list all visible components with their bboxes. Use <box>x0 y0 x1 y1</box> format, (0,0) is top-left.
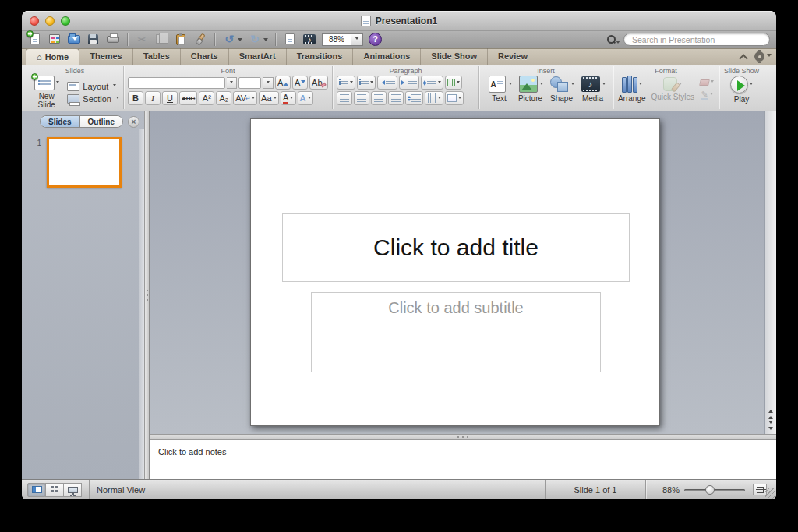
previous-slide-button[interactable] <box>765 407 775 419</box>
subscript-button[interactable]: A₂ <box>216 91 231 105</box>
arrange-button[interactable]: Arrange <box>618 76 646 103</box>
new-slide-button[interactable]: New Slide <box>30 76 62 109</box>
subtitle-placeholder[interactable]: Click to add subtitle <box>311 292 601 372</box>
tab-transitions[interactable]: Transitions <box>287 48 354 65</box>
clear-formatting-button[interactable]: Ab <box>309 76 328 90</box>
shrink-font-button[interactable]: A <box>292 76 308 90</box>
tab-animations[interactable]: Animations <box>353 48 421 65</box>
collapse-ribbon-icon[interactable] <box>739 54 747 62</box>
notes-splitter[interactable] <box>150 434 776 440</box>
align-right-button[interactable] <box>371 91 387 105</box>
align-center-button[interactable] <box>354 91 369 105</box>
align-text-button[interactable] <box>445 91 464 105</box>
zoom-value-field[interactable]: 88% <box>322 33 351 46</box>
search-icon[interactable] <box>605 33 620 46</box>
presenter-view-button[interactable] <box>63 483 82 497</box>
text-effects-button[interactable]: A <box>298 91 313 105</box>
character-spacing-button[interactable]: AV⇄ <box>233 91 257 105</box>
zoom-dropdown-button[interactable] <box>351 33 363 46</box>
vertical-scrollbar[interactable] <box>764 111 776 434</box>
superscript-button[interactable]: A² <box>199 91 214 105</box>
font-size-dropdown[interactable] <box>263 77 274 89</box>
tab-slide-show[interactable]: Slide Show <box>421 48 488 65</box>
decrease-indent-button[interactable] <box>377 76 397 90</box>
undo-dropdown-arrow[interactable] <box>238 38 242 44</box>
tab-tables[interactable]: Tables <box>133 48 181 65</box>
tab-review[interactable]: Review <box>488 48 538 65</box>
tab-smartart[interactable]: SmartArt <box>229 48 287 65</box>
insert-picture-button[interactable]: Picture <box>518 76 543 103</box>
change-case-button[interactable]: Aa <box>259 91 278 105</box>
font-name-dropdown[interactable] <box>227 77 238 89</box>
gallery-button[interactable] <box>48 33 62 46</box>
bold-button[interactable]: B <box>128 91 143 105</box>
close-window-button[interactable] <box>30 16 39 26</box>
align-left-button[interactable] <box>337 91 352 105</box>
underline-button[interactable]: U <box>162 91 178 105</box>
pane-splitter[interactable] <box>144 111 150 479</box>
save-button[interactable] <box>87 33 101 46</box>
zoom-slider[interactable] <box>684 484 745 495</box>
normal-view-button[interactable] <box>27 483 46 497</box>
section-button[interactable]: Section <box>67 94 119 104</box>
play-slideshow-button[interactable]: Play <box>723 76 760 104</box>
open-button[interactable] <box>67 33 81 46</box>
minimize-window-button[interactable] <box>45 16 55 26</box>
redo-button[interactable]: ↻ <box>248 33 268 46</box>
ribbon-settings-button[interactable] <box>754 51 772 62</box>
tab-home[interactable]: ⌂Home <box>26 48 79 65</box>
text-direction-button[interactable] <box>425 91 443 105</box>
slides-pane-tab[interactable]: Slides <box>41 116 79 127</box>
italic-button[interactable]: I <box>145 91 161 105</box>
slide-1-thumbnail[interactable] <box>47 137 122 188</box>
line-spacing-button[interactable] <box>421 76 443 90</box>
print-button[interactable] <box>106 33 120 46</box>
format-painter-button[interactable] <box>193 33 207 46</box>
numbering-button[interactable] <box>357 76 376 90</box>
new-presentation-button[interactable] <box>28 33 42 46</box>
justify-button[interactable] <box>388 91 404 105</box>
strikethrough-button[interactable]: ABC <box>179 91 197 105</box>
insert-text-button[interactable]: A Text <box>487 76 512 103</box>
zoom-combo[interactable]: 88% <box>322 33 363 46</box>
insert-media-button[interactable]: ♪ Media <box>581 76 606 103</box>
slide-sorter-view-button[interactable] <box>45 483 64 497</box>
slide-sorter-icon <box>51 486 59 493</box>
chevron-down-icon <box>711 80 714 84</box>
font-size-select[interactable] <box>238 77 261 89</box>
redo-dropdown-arrow[interactable] <box>263 38 268 44</box>
show-formatting-button[interactable] <box>283 33 297 46</box>
slide-canvas[interactable]: Click to add title Click to add subtitle <box>250 118 660 426</box>
ribbon-group-font: Font A A Ab B I U ABC A² A₂ AV⇄ Aa A A <box>123 66 332 109</box>
columns-button[interactable] <box>445 76 462 90</box>
view-switcher <box>28 483 82 497</box>
sidebar-scrollbar[interactable] <box>139 129 144 479</box>
title-placeholder[interactable]: Click to add title <box>282 213 630 282</box>
title-bar[interactable]: Presentation1 <box>22 11 776 31</box>
help-button[interactable]: ? <box>369 33 382 46</box>
font-name-select[interactable] <box>128 77 225 89</box>
tab-themes[interactable]: Themes <box>79 48 133 65</box>
text-direction-icon <box>428 93 436 103</box>
grow-font-button[interactable]: A <box>275 76 291 90</box>
window-resize-grip[interactable] <box>765 488 775 499</box>
font-color-button[interactable]: A <box>281 91 296 105</box>
search-input[interactable] <box>623 33 770 46</box>
undo-button[interactable]: ↺ <box>222 33 242 46</box>
outline-pane-tab[interactable]: Outline <box>80 116 122 127</box>
zoom-window-button[interactable] <box>61 16 70 26</box>
insert-shape-button[interactable]: Shape <box>549 76 574 103</box>
distribute-text-button[interactable] <box>405 91 423 105</box>
paste-button[interactable] <box>174 33 188 46</box>
next-slide-button[interactable] <box>765 421 775 432</box>
increase-indent-button[interactable] <box>399 76 419 90</box>
media-browser-button[interactable]: ♪ <box>302 33 316 46</box>
tab-charts[interactable]: Charts <box>181 48 229 65</box>
layout-button[interactable]: Layout <box>67 82 116 91</box>
zoom-slider-knob[interactable] <box>705 485 715 495</box>
media-icon: ♪ <box>581 76 600 92</box>
updown-arrows-icon <box>423 79 426 87</box>
bullets-button[interactable] <box>337 76 355 90</box>
notes-pane[interactable]: Click to add notes <box>150 440 776 479</box>
close-pane-button[interactable]: × <box>128 116 139 128</box>
